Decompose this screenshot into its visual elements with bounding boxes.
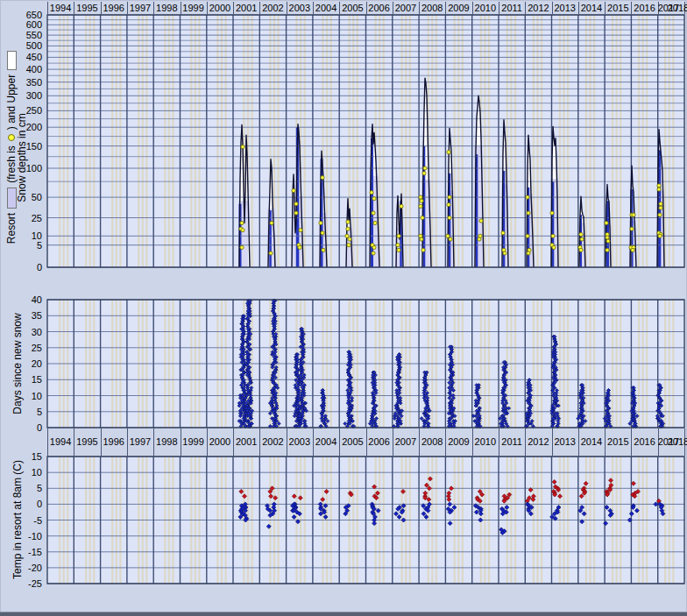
year-label: 2018 (664, 2, 687, 14)
year-label: 2012 (524, 428, 552, 456)
year-label: 2001 (232, 428, 260, 456)
year-label: 2012 (524, 2, 552, 14)
year-label: 2015 (604, 2, 632, 14)
year-label: 2008 (418, 2, 446, 14)
fresh-snow-dot-icon (8, 134, 15, 141)
year-label: 1996 (100, 2, 128, 14)
year-label: 2013 (551, 2, 579, 14)
year-label: 1994 (46, 2, 74, 14)
year-label: 1997 (126, 428, 154, 456)
year-label: 2011 (498, 2, 526, 14)
year-label: 1996 (100, 428, 128, 456)
year-label: 2009 (445, 428, 473, 456)
year-label: 2005 (338, 2, 366, 14)
temp-axis-label: Temp in resort at 8am (C) (11, 441, 25, 598)
upper-color-swatch (7, 51, 17, 70)
snow-history-chart: 1994199519961997199819992000200120022003… (0, 0, 687, 616)
year-label: 2000 (206, 2, 234, 14)
tick-label: 650 (12, 10, 42, 20)
year-label: 1998 (152, 428, 181, 456)
year-label: 2004 (312, 2, 340, 14)
year-label: 2010 (471, 428, 499, 456)
year-label: 1995 (73, 2, 101, 14)
snow-axis-sublabel: Snow depths in cm (15, 88, 29, 228)
year-label: 2003 (286, 428, 314, 456)
year-label: 1999 (180, 428, 208, 456)
year-label: 2007 (392, 428, 420, 456)
year-label: 1995 (73, 428, 101, 456)
year-label: 2000 (206, 428, 234, 456)
year-label: 2014 (577, 2, 606, 14)
year-label: 2006 (365, 2, 393, 14)
year-label: 1998 (152, 2, 181, 14)
year-label: 2002 (259, 2, 287, 14)
year-label: 2011 (498, 428, 526, 456)
year-label: 2005 (338, 428, 366, 456)
year-label: 2001 (232, 2, 260, 14)
year-axis-top: 1994199519961997199819992000200120022003… (0, 2, 687, 14)
year-label: 2006 (365, 428, 393, 456)
year-label: 2009 (445, 2, 473, 14)
year-label: 2008 (418, 428, 446, 456)
year-axis-middle: 1994199519961997199819992000200120022003… (0, 428, 687, 456)
year-label: 2014 (577, 428, 606, 456)
year-label: 2003 (286, 2, 314, 14)
year-label: 2010 (471, 2, 499, 14)
year-label: 1994 (46, 428, 74, 456)
bottom-bar (0, 612, 687, 616)
year-label: 1999 (180, 2, 208, 14)
year-label: 2015 (604, 428, 632, 456)
year-label: 2013 (551, 428, 579, 456)
year-label: 2002 (259, 428, 287, 456)
year-label: 2007 (392, 2, 420, 14)
year-label: 2004 (312, 428, 340, 456)
chart-canvas (0, 0, 687, 616)
days-axis-label: Days since new snow (11, 294, 25, 434)
year-label: 1997 (126, 2, 154, 14)
year-label: 2018 (664, 428, 687, 456)
